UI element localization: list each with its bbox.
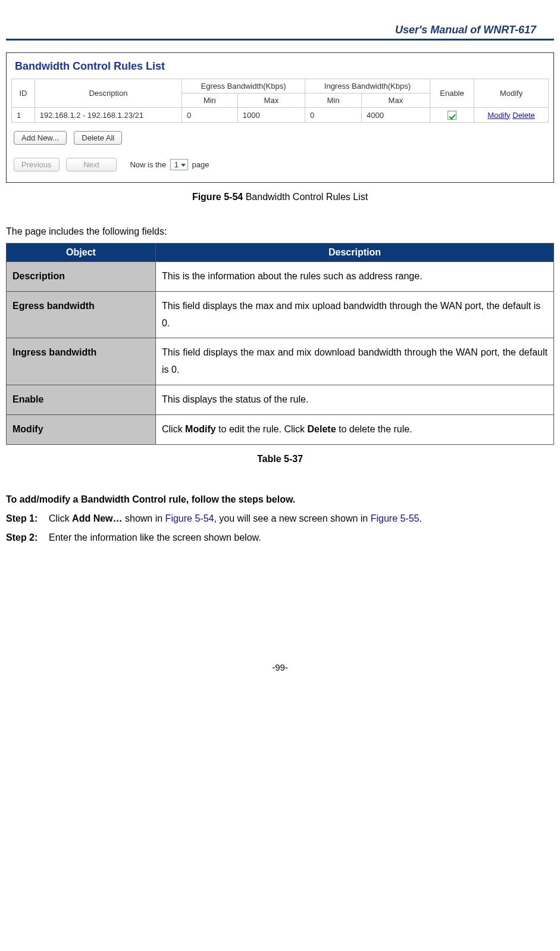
step-text: Enter the information like the screen sh…: [49, 532, 554, 543]
col-id: ID: [12, 79, 35, 108]
table-row: Description This is the information abou…: [7, 262, 554, 292]
table-row: Enable This displays the status of the r…: [7, 385, 554, 415]
pager-row: Previous Next Now is the 1 page: [14, 158, 549, 172]
obj-cell: Egress bandwidth: [7, 291, 156, 338]
cell-enable: [430, 108, 474, 123]
figure-number: Figure 5-54: [192, 192, 243, 202]
header-description: Description: [156, 244, 554, 262]
desc-cell: This field displays the max and mix uplo…: [156, 291, 554, 338]
text-fragment: , you will see a new screen shown in: [214, 513, 370, 523]
page-header: User's Manual of WNRT-617: [6, 24, 554, 40]
modify-link[interactable]: Modify: [487, 111, 510, 120]
pager-label-post: page: [192, 160, 209, 169]
table-header-row-1: ID Description Egress Bandwidth(Kbps) In…: [12, 79, 549, 93]
table-row: Egress bandwidth This field displays the…: [7, 291, 554, 338]
col-egress: Egress Bandwidth(Kbps): [182, 79, 305, 93]
desc-cell: Click Modify to edit the rule. Click Del…: [156, 414, 554, 444]
step-label: Step 1:: [6, 513, 49, 524]
cell-in-min: 0: [305, 108, 362, 123]
figure-link-5-54[interactable]: Figure 5-54: [165, 513, 214, 523]
text-fragment: Click: [49, 513, 72, 523]
step-text: Click Add New… shown in Figure 5-54, you…: [49, 513, 554, 524]
cell-eg-min: 0: [182, 108, 238, 123]
col-modify: Modify: [474, 79, 549, 108]
text-fragment: to delete the rule.: [336, 424, 412, 434]
obj-cell: Ingress bandwidth: [7, 338, 156, 385]
table-row: Modify Click Modify to edit the rule. Cl…: [7, 414, 554, 444]
table-row: Ingress bandwidth This field displays th…: [7, 338, 554, 385]
delete-all-button[interactable]: Delete All: [74, 131, 122, 145]
text-fragment: Click: [162, 424, 185, 434]
bold-modify: Modify: [185, 424, 216, 434]
col-ingress: Ingress Bandwidth(Kbps): [305, 79, 430, 93]
cell-desc: 192.168.1.2 - 192.168.1.23/21: [35, 108, 182, 123]
obj-cell: Enable: [7, 385, 156, 415]
cell-eg-max: 1000: [237, 108, 305, 123]
step-1: Step 1: Click Add New… shown in Figure 5…: [6, 513, 554, 524]
header-object: Object: [7, 244, 156, 262]
desc-cell: This displays the status of the rule.: [156, 385, 554, 415]
cell-id: 1: [12, 108, 35, 123]
pager-label-pre: Now is the: [130, 160, 166, 169]
cell-in-max: 4000: [361, 108, 430, 123]
figure-caption: Figure 5-54 Bandwidth Control Rules List: [6, 192, 554, 202]
button-row-1: Add New... Delete All: [14, 131, 549, 145]
previous-button[interactable]: Previous: [14, 158, 60, 172]
step-label: Step 2:: [6, 532, 49, 543]
add-new-button[interactable]: Add New...: [14, 131, 67, 145]
panel-title: Bandwidth Control Rules List: [15, 60, 549, 73]
description-table: Object Description Description This is t…: [6, 243, 554, 445]
next-button[interactable]: Next: [66, 158, 117, 172]
desc-cell: This is the information about the rules …: [156, 262, 554, 292]
desc-cell: This field displays the max and mix down…: [156, 338, 554, 385]
intro-text: The page includes the following fields:: [6, 226, 554, 237]
checkbox-icon[interactable]: [448, 111, 456, 120]
delete-link[interactable]: Delete: [512, 111, 535, 120]
col-enable: Enable: [430, 79, 474, 108]
cell-modify: Modify Delete: [474, 108, 549, 123]
col-ingress-max: Max: [361, 93, 430, 108]
steps-heading: To add/modify a Bandwidth Control rule, …: [6, 494, 554, 505]
step-2: Step 2: Enter the information like the s…: [6, 532, 554, 543]
table-caption: Table 5-37: [6, 454, 554, 464]
col-ingress-min: Min: [305, 93, 362, 108]
bold-delete: Delete: [308, 424, 336, 434]
text-fragment: to edit the rule. Click: [216, 424, 308, 434]
obj-cell: Description: [7, 262, 156, 292]
bold-add-new: Add New…: [72, 513, 122, 523]
figure-link-5-55[interactable]: Figure 5-55: [371, 513, 420, 523]
rules-table: ID Description Egress Bandwidth(Kbps) In…: [11, 79, 549, 123]
text-fragment: shown in: [123, 513, 165, 523]
page-select[interactable]: 1: [170, 159, 188, 170]
text-fragment: .: [420, 513, 422, 523]
col-egress-min: Min: [182, 93, 238, 108]
screenshot-panel: Bandwidth Control Rules List ID Descript…: [6, 52, 554, 183]
col-egress-max: Max: [237, 93, 305, 108]
obj-cell: Modify: [7, 414, 156, 444]
col-description: Description: [35, 79, 182, 108]
page-number: -99-: [6, 662, 554, 672]
figure-title: Bandwidth Control Rules List: [243, 192, 368, 202]
table-row: 1 192.168.1.2 - 192.168.1.23/21 0 1000 0…: [12, 108, 549, 123]
